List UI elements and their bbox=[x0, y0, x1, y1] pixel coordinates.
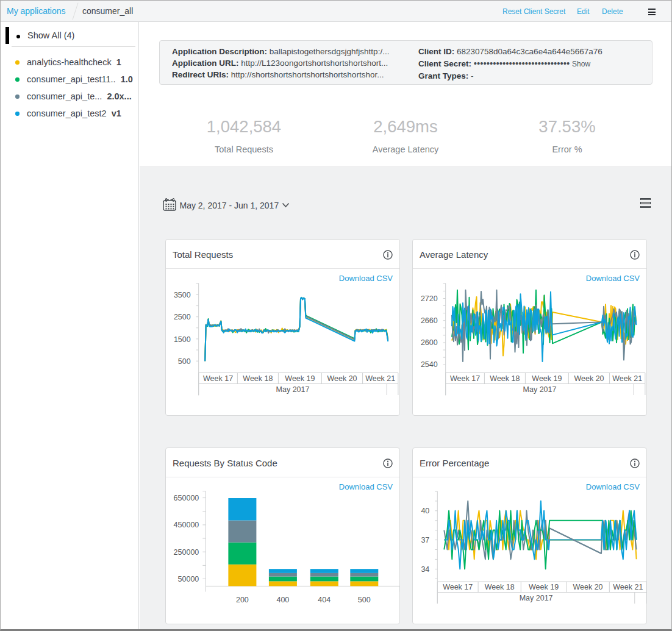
svg-text:Week 17: Week 17 bbox=[450, 374, 480, 383]
svg-text:Week 20: Week 20 bbox=[327, 374, 357, 383]
svg-text:500: 500 bbox=[178, 357, 191, 366]
svg-text:May 2017: May 2017 bbox=[523, 385, 557, 394]
svg-text:2500: 2500 bbox=[174, 313, 191, 321]
svg-text:Week 18: Week 18 bbox=[243, 374, 273, 383]
svg-text:40: 40 bbox=[421, 507, 429, 515]
svg-text:250000: 250000 bbox=[174, 548, 199, 557]
svg-text:37: 37 bbox=[421, 536, 429, 544]
svg-text:404: 404 bbox=[318, 596, 331, 604]
svg-text:650000: 650000 bbox=[174, 494, 199, 502]
svg-text:2600: 2600 bbox=[421, 338, 438, 347]
svg-text:2660: 2660 bbox=[421, 316, 438, 325]
svg-text:Week 21: Week 21 bbox=[365, 374, 395, 383]
svg-text:3500: 3500 bbox=[174, 291, 191, 299]
svg-text:50000: 50000 bbox=[178, 575, 199, 583]
svg-text:Week 19: Week 19 bbox=[532, 374, 562, 383]
svg-text:400: 400 bbox=[276, 596, 289, 604]
svg-text:Week 17: Week 17 bbox=[443, 583, 473, 591]
svg-text:Week 20: Week 20 bbox=[574, 374, 604, 383]
svg-text:Week 21: Week 21 bbox=[612, 374, 642, 383]
svg-text:1500: 1500 bbox=[174, 335, 191, 344]
svg-text:May 2017: May 2017 bbox=[520, 594, 553, 602]
svg-text:Week 19: Week 19 bbox=[285, 374, 315, 383]
svg-text:Week 18: Week 18 bbox=[490, 374, 520, 383]
svg-text:Week 17: Week 17 bbox=[203, 374, 233, 383]
svg-text:Week 18: Week 18 bbox=[485, 583, 515, 591]
svg-text:2720: 2720 bbox=[421, 294, 438, 303]
svg-text:Week 21: Week 21 bbox=[613, 583, 643, 591]
svg-text:May 2017: May 2017 bbox=[276, 385, 310, 394]
svg-text:2540: 2540 bbox=[421, 360, 438, 369]
svg-text:450000: 450000 bbox=[174, 521, 199, 529]
svg-text:500: 500 bbox=[358, 596, 371, 604]
svg-text:Week 20: Week 20 bbox=[573, 583, 602, 591]
svg-text:200: 200 bbox=[236, 596, 249, 604]
svg-text:Week 19: Week 19 bbox=[529, 583, 559, 591]
svg-text:34: 34 bbox=[421, 565, 429, 574]
